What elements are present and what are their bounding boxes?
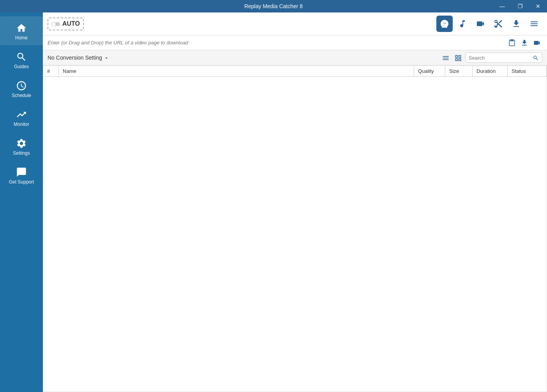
video-camera-button[interactable] — [472, 16, 489, 32]
table-header: # Name Quality Size Duration Status — [43, 66, 547, 77]
sidebar-item-home[interactable]: Home — [0, 16, 43, 45]
list-view-button[interactable] — [440, 53, 451, 63]
search-input[interactable] — [469, 55, 531, 61]
app-container: Home Guides Schedule Mo — [0, 12, 547, 392]
trim-button[interactable] — [490, 16, 506, 32]
view-toggle — [440, 53, 542, 63]
col-header-name: Name — [59, 66, 414, 76]
maximize-button[interactable]: ❐ — [511, 0, 529, 12]
table-body — [43, 77, 547, 311]
col-header-duration: Duration — [473, 66, 508, 76]
menu-button[interactable] — [526, 16, 542, 32]
col-header-status: Status — [508, 66, 547, 76]
svg-point-1 — [52, 22, 56, 26]
title-bar: Replay Media Catcher 8 — ❐ ✕ — [0, 0, 547, 12]
schedule-icon — [16, 79, 27, 91]
minimize-button[interactable]: — — [493, 0, 511, 12]
download-button[interactable] — [436, 16, 453, 32]
url-actions — [506, 38, 542, 48]
search-box — [465, 53, 542, 63]
download-url-icon[interactable] — [519, 38, 530, 48]
settings-icon — [16, 136, 27, 149]
col-header-quality: Quality — [414, 66, 445, 76]
music-button[interactable] — [454, 16, 471, 32]
sidebar-item-schedule[interactable]: Schedule — [0, 74, 43, 103]
sidebar-label-monitor: Monitor — [14, 122, 29, 127]
paste-icon[interactable] — [506, 38, 517, 48]
auto-toggle[interactable]: AUTO — [48, 18, 84, 30]
sidebar-item-guides[interactable]: Guides — [0, 45, 43, 74]
col-header-num: # — [43, 66, 59, 76]
main-content: AUTO — [43, 12, 547, 392]
sidebar-item-settings[interactable]: Settings — [0, 132, 43, 161]
record-icon[interactable] — [531, 38, 542, 48]
sidebar-label-support: Get Support — [9, 179, 34, 185]
sidebar-item-monitor[interactable]: Monitor — [0, 103, 43, 132]
sidebar-label-home: Home — [15, 35, 28, 41]
top-bar: AUTO — [43, 12, 547, 35]
sidebar-item-support[interactable]: Get Support — [0, 161, 43, 189]
url-input[interactable] — [48, 40, 506, 46]
conversion-setting-label: No Conversion Setting — [48, 55, 102, 61]
home-icon — [16, 21, 27, 34]
support-icon — [16, 165, 27, 178]
conversion-setting-dropdown[interactable]: No Conversion Setting — [48, 55, 109, 61]
downloads-toolbar: No Conversion Setting — [43, 50, 547, 65]
toolbar-icons — [436, 16, 542, 32]
app-title: Replay Media Catcher 8 — [244, 3, 303, 9]
sidebar-label-schedule: Schedule — [12, 93, 31, 98]
guides-icon — [16, 50, 27, 62]
close-button[interactable]: ✕ — [529, 0, 547, 12]
auto-label: AUTO — [62, 20, 80, 27]
sidebar-label-settings: Settings — [13, 150, 30, 156]
toggle-switch-icon — [51, 20, 60, 28]
col-header-size: Size — [445, 66, 473, 76]
search-icon[interactable] — [533, 54, 539, 61]
download-alt-button[interactable] — [508, 16, 524, 32]
window-controls: — ❐ ✕ — [493, 0, 547, 12]
sidebar-label-guides: Guides — [14, 64, 29, 69]
monitor-icon — [16, 108, 27, 120]
url-bar — [43, 35, 547, 50]
chevron-down-icon — [104, 55, 109, 61]
grid-view-button[interactable] — [453, 53, 464, 63]
sidebar: Home Guides Schedule Mo — [0, 12, 43, 392]
downloads-table: # Name Quality Size Duration Status — [43, 65, 547, 392]
